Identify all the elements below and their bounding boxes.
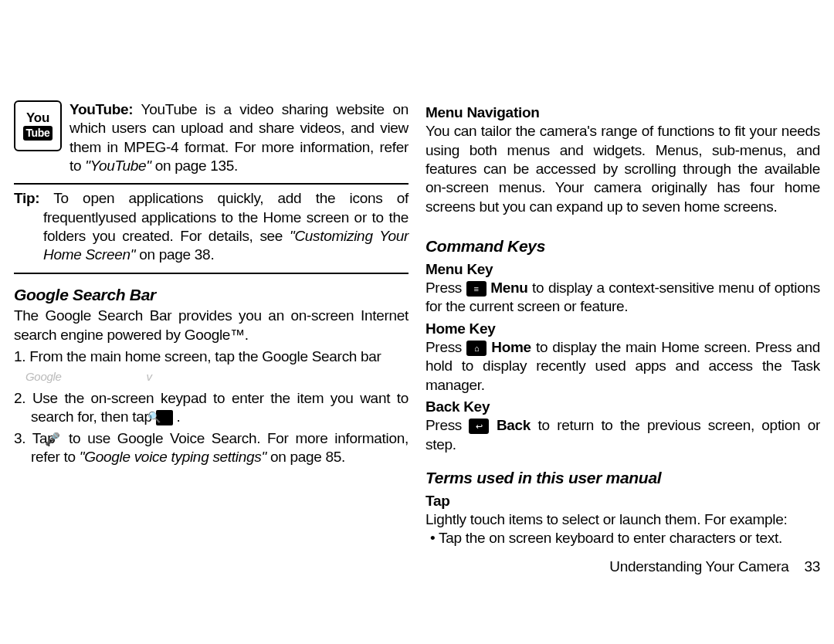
youtube-description: YouTube: YouTube is a video sharing webs…: [70, 100, 409, 175]
youtube-icon-top: You: [26, 111, 49, 124]
search-icon: 🔍: [156, 410, 173, 425]
home-key-text: Press ⌂ Home to display the main Home sc…: [425, 338, 820, 395]
home-key-heading: Home Key: [425, 320, 820, 338]
google-search-bar-heading: Google Search Bar: [14, 285, 409, 306]
tap-heading: Tap: [425, 492, 820, 510]
gsb-step-1: 1. From the main home screen, tap the Go…: [14, 347, 409, 366]
tap-text: Lightly touch items to select or launch …: [425, 510, 820, 529]
placeholder-text: Google: [25, 369, 62, 384]
gsb-step-3: 3. Tap 🎤 to use Google Voice Search. For…: [14, 429, 409, 467]
home-key-a: Press: [425, 339, 466, 355]
divider-bottom: [14, 273, 409, 274]
footer-text: Understanding Your Camera: [609, 558, 788, 575]
tap-bullet: • Tap the on screen keyboard to enter ch…: [425, 529, 820, 547]
gsb-step3-ref: "Google voice typing settings": [80, 449, 266, 465]
footer-page-number: 33: [804, 558, 820, 575]
tip-ref-tail: on page 38.: [135, 246, 214, 263]
two-column-layout: You Tube YouTube: YouTube is a video sha…: [14, 100, 820, 576]
youtube-icon: You Tube: [14, 100, 62, 151]
tip-label: Tip:: [14, 190, 39, 206]
menu-key-a: Press: [425, 280, 466, 296]
youtube-ref: "YouTube": [85, 158, 151, 174]
back-key-a: Press: [425, 417, 469, 433]
gsb-step3-tail: on page 85.: [266, 449, 345, 465]
google-search-bar-text: The Google Search Bar provides you an on…: [14, 307, 409, 344]
back-key-heading: Back Key: [425, 398, 820, 416]
back-key-text: Press ↩ Back to return to the previous s…: [425, 416, 820, 454]
left-column: You Tube YouTube: YouTube is a video sha…: [14, 100, 409, 576]
youtube-label: YouTube:: [70, 101, 133, 117]
placeholder-mic-small: v: [147, 369, 152, 384]
gsb-step-2: 2. Use the on-screen keypad to enter the…: [14, 389, 409, 427]
command-keys-heading: Command Keys: [425, 236, 820, 257]
manual-page: You Tube YouTube: YouTube is a video sha…: [0, 0, 834, 644]
right-column: Menu Navigation You can tailor the camer…: [425, 100, 820, 576]
menu-key-icon: ≡: [466, 281, 486, 297]
tip-section: Tip: To open applications quickly, add t…: [14, 189, 409, 264]
divider-top: [14, 183, 409, 185]
gsb-step2-b: .: [173, 408, 181, 425]
menu-key-b: Menu: [490, 280, 527, 296]
menu-navigation-text: You can tailor the camera's range of fun…: [425, 122, 820, 216]
menu-navigation-heading: Menu Navigation: [425, 103, 820, 122]
menu-key-text: Press ≡ Menu to display a context-sensit…: [425, 279, 820, 317]
page-footer: Understanding Your Camera 33: [425, 558, 820, 576]
google-search-placeholder-bar: Google v: [25, 369, 409, 384]
back-key-icon: ↩: [469, 419, 489, 434]
home-key-icon: ⌂: [466, 341, 486, 356]
gsb-step2-a: 2. Use the on-screen keypad to enter the…: [14, 390, 409, 425]
home-key-b: Home: [491, 339, 531, 355]
terms-heading: Terms used in this user manual: [425, 468, 820, 489]
back-key-b: Back: [497, 417, 531, 433]
youtube-icon-bot: Tube: [23, 126, 52, 141]
youtube-section: You Tube YouTube: YouTube is a video sha…: [14, 100, 409, 175]
menu-key-heading: Menu Key: [425, 260, 820, 279]
youtube-ref-tail: on page 135.: [151, 158, 238, 174]
